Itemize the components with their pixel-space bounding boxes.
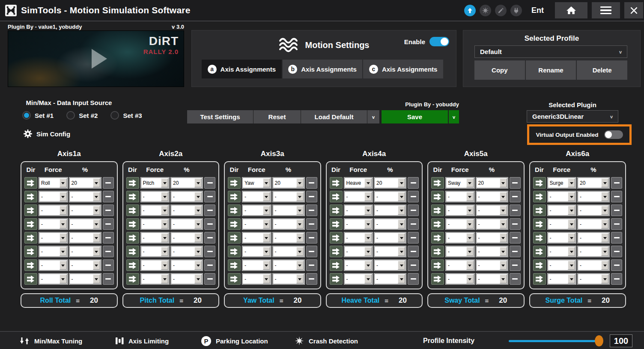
dropdown-arrow-icon[interactable] — [194, 220, 202, 229]
percent-select[interactable]: - — [374, 205, 406, 216]
force-select[interactable]: - — [242, 219, 271, 229]
dropdown-arrow-icon[interactable] — [60, 220, 67, 229]
dropdown-arrow-icon[interactable] — [263, 206, 270, 215]
dropdown-arrow-icon[interactable] — [500, 233, 507, 242]
minmax-tuning-button[interactable]: Min/Max Tuning — [19, 332, 82, 349]
percent-select[interactable]: - — [273, 274, 304, 284]
direction-button[interactable] — [533, 218, 546, 230]
percent-select[interactable]: - — [476, 232, 508, 243]
remove-row-button[interactable] — [408, 177, 419, 189]
percent-select[interactable]: - — [476, 219, 508, 229]
remove-row-button[interactable] — [103, 259, 114, 271]
remove-row-button[interactable] — [510, 273, 521, 285]
direction-button[interactable] — [228, 273, 241, 285]
percent-select[interactable]: - — [171, 219, 203, 229]
direction-button[interactable] — [431, 218, 444, 230]
percent-select[interactable]: 20 — [374, 178, 406, 188]
remove-row-button[interactable] — [510, 246, 521, 257]
dropdown-arrow-icon[interactable] — [364, 261, 372, 270]
dropdown-arrow-icon[interactable] — [60, 178, 67, 187]
dropdown-arrow-icon[interactable] — [60, 247, 67, 256]
percent-select[interactable]: - — [171, 246, 203, 257]
percent-select[interactable]: - — [69, 260, 101, 271]
force-select[interactable]: - — [141, 191, 170, 202]
force-select[interactable]: - — [242, 274, 271, 284]
force-select[interactable]: - — [344, 205, 373, 216]
direction-button[interactable] — [126, 177, 139, 189]
slider-knob[interactable] — [595, 335, 603, 346]
dropdown-arrow-icon[interactable] — [398, 192, 405, 201]
percent-select[interactable]: - — [69, 246, 101, 257]
force-select[interactable]: - — [344, 246, 373, 257]
radio-set-1[interactable]: Set #1 — [22, 111, 54, 120]
dropdown-arrow-icon[interactable] — [364, 206, 372, 215]
percent-select[interactable]: 20 — [273, 178, 304, 188]
direction-button[interactable] — [533, 259, 546, 271]
percent-select[interactable]: - — [273, 219, 304, 229]
remove-row-button[interactable] — [306, 232, 317, 244]
dropdown-arrow-icon[interactable] — [398, 247, 405, 256]
remove-row-button[interactable] — [611, 191, 622, 202]
dropdown-arrow-icon[interactable] — [263, 192, 270, 201]
dropdown-arrow-icon[interactable] — [296, 274, 304, 283]
burst-icon[interactable] — [480, 5, 491, 16]
direction-button[interactable] — [431, 205, 444, 216]
percent-select[interactable]: - — [273, 246, 304, 257]
percent-select[interactable]: - — [69, 232, 101, 243]
remove-row-button[interactable] — [510, 191, 521, 202]
force-select[interactable]: - — [344, 232, 373, 243]
remove-row-button[interactable] — [611, 259, 622, 271]
profile-intensity-slider[interactable] — [509, 340, 599, 342]
direction-button[interactable] — [228, 246, 241, 257]
remove-row-button[interactable] — [510, 177, 521, 189]
dropdown-arrow-icon[interactable] — [263, 178, 270, 187]
percent-select[interactable]: 20 — [69, 178, 101, 188]
dropdown-arrow-icon[interactable] — [93, 247, 100, 256]
percent-select[interactable]: - — [374, 246, 406, 257]
dropdown-arrow-icon[interactable] — [296, 247, 304, 256]
direction-button[interactable] — [533, 273, 546, 285]
force-select[interactable]: - — [242, 246, 271, 257]
direction-button[interactable] — [24, 191, 37, 202]
dropdown-arrow-icon[interactable] — [601, 220, 608, 229]
direction-button[interactable] — [533, 177, 546, 189]
dropdown-arrow-icon[interactable] — [161, 206, 168, 215]
remove-row-button[interactable] — [204, 177, 215, 189]
enable-toggle[interactable] — [429, 37, 449, 46]
direction-button[interactable] — [126, 205, 139, 216]
delete-button[interactable]: Delete — [577, 60, 627, 80]
force-select[interactable]: - — [344, 260, 373, 271]
direction-button[interactable] — [24, 232, 37, 244]
dropdown-arrow-icon[interactable] — [568, 233, 575, 242]
direction-button[interactable] — [126, 218, 139, 230]
dropdown-arrow-icon[interactable] — [601, 261, 608, 270]
remove-row-button[interactable] — [204, 191, 215, 202]
dropdown-arrow-icon[interactable] — [364, 192, 372, 201]
remove-row-button[interactable] — [510, 232, 521, 244]
dropdown-arrow-icon[interactable] — [568, 220, 575, 229]
dropdown-arrow-icon[interactable] — [500, 261, 507, 270]
dropdown-arrow-icon[interactable] — [93, 206, 100, 215]
game-artwork[interactable]: DiRT RALLY 2.0 — [8, 30, 184, 87]
direction-button[interactable] — [126, 246, 139, 257]
dropdown-arrow-icon[interactable] — [568, 178, 575, 187]
dropdown-arrow-icon[interactable] — [466, 274, 474, 283]
tab-axis-assignments-c[interactable]: c Axis Assignments — [363, 60, 443, 78]
remove-row-button[interactable] — [306, 218, 317, 230]
axis-limiting-button[interactable]: Axis Limiting — [115, 332, 169, 349]
profile-dropdown[interactable]: Default v — [474, 45, 627, 58]
percent-select[interactable]: - — [476, 191, 508, 202]
percent-select[interactable]: - — [374, 191, 406, 202]
dropdown-arrow-icon[interactable] — [161, 178, 168, 187]
remove-row-button[interactable] — [204, 205, 215, 216]
dropdown-arrow-icon[interactable] — [601, 192, 608, 201]
dropdown-arrow-icon[interactable] — [60, 192, 67, 201]
dropdown-arrow-icon[interactable] — [398, 274, 405, 283]
dropdown-arrow-icon[interactable] — [194, 206, 202, 215]
dropdown-arrow-icon[interactable] — [601, 206, 608, 215]
remove-row-button[interactable] — [103, 191, 114, 202]
menu-button[interactable] — [592, 2, 620, 18]
rename-button[interactable]: Rename — [526, 60, 576, 80]
force-select[interactable]: - — [548, 274, 576, 284]
remove-row-button[interactable] — [611, 246, 622, 257]
